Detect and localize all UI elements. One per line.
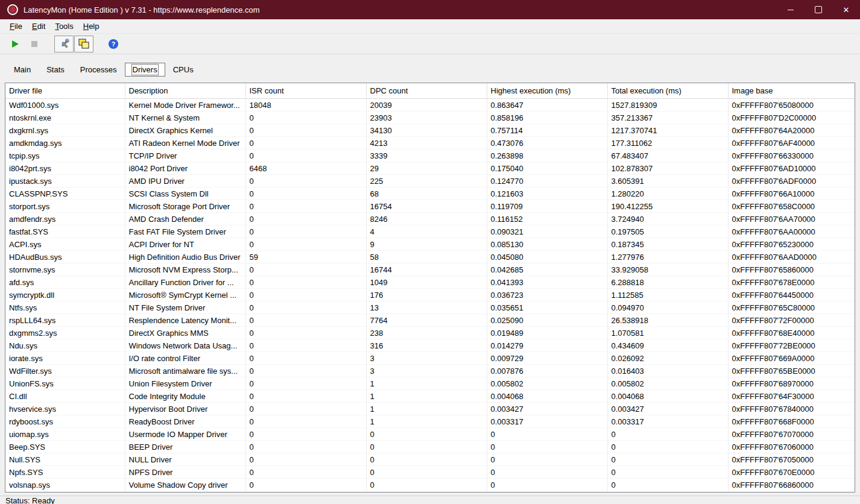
- cell-description: DirectX Graphics Kernel: [125, 124, 245, 137]
- cell-image-base: 0xFFFFF807'67060000: [728, 441, 855, 453]
- table-row[interactable]: tcpip.sys TCP/IP Driver 0 3339 0.263898 …: [5, 150, 855, 162]
- tab-processes[interactable]: Processes: [72, 63, 125, 77]
- cell-dpc-count: 13: [366, 301, 487, 314]
- titlebar: LatencyMon (Home Edition ) v 7.31 - http…: [0, 0, 860, 19]
- menubar: File Edit Tools Help: [0, 19, 860, 33]
- options-button[interactable]: [54, 36, 74, 52]
- cell-dpc-count: 9: [366, 238, 487, 251]
- table-row[interactable]: Ntfs.sys NT File System Driver 0 13 0.03…: [5, 301, 855, 314]
- cell-isr-count: 0: [245, 137, 366, 150]
- app-icon: [7, 4, 18, 15]
- table-row[interactable]: amdfendr.sys AMD Crash Defender 0 8246 0…: [5, 213, 855, 225]
- cell-image-base: 0xFFFFF807'668F0000: [728, 415, 855, 428]
- tab-cpus[interactable]: CPUs: [165, 63, 201, 77]
- table-row[interactable]: i8042prt.sys i8042 Port Driver 6468 29 0…: [5, 162, 855, 175]
- cell-dpc-count: 4213: [366, 137, 487, 150]
- cell-highest-execution: 0.019489: [487, 327, 607, 339]
- tab-stats[interactable]: Stats: [39, 63, 72, 77]
- cell-highest-execution: 0.041393: [487, 276, 607, 289]
- table-row[interactable]: fastfat.SYS Fast FAT File System Driver …: [5, 225, 855, 238]
- col-total-execution[interactable]: Total execution (ms): [607, 83, 728, 99]
- table-row[interactable]: rspLLL64.sys Resplendence Latency Monit.…: [5, 314, 855, 327]
- table-row[interactable]: dxgkrnl.sys DirectX Graphics Kernel 0 34…: [5, 124, 855, 137]
- table-row[interactable]: BasicRender.sys Microsoft Basic Render D…: [5, 491, 855, 493]
- table-row[interactable]: afd.sys Ancillary Function Driver for ..…: [5, 276, 855, 289]
- copy-report-button[interactable]: [74, 36, 93, 52]
- help-button[interactable]: ?: [104, 36, 122, 52]
- cell-dpc-count: 0: [366, 466, 487, 479]
- cell-isr-count: 0: [245, 466, 366, 479]
- col-image-base[interactable]: Image base: [728, 83, 855, 99]
- table-row[interactable]: volsnap.sys Volume Shadow Copy driver 0 …: [5, 479, 855, 491]
- table-row[interactable]: stornvme.sys Microsoft NVM Express Storp…: [5, 263, 855, 276]
- close-button[interactable]: ✕: [832, 0, 860, 19]
- table-row[interactable]: symcryptk.dll Microsoft® SymCrypt Kernel…: [5, 289, 855, 301]
- tools-icon: [58, 38, 70, 50]
- table-row[interactable]: dxgmms2.sys DirectX Graphics MMS 0 238 0…: [5, 327, 855, 339]
- cell-driver-file: BasicRender.sys: [5, 491, 125, 493]
- cell-isr-count: 6468: [245, 162, 366, 175]
- cell-description: ATI Radeon Kernel Mode Driver: [125, 137, 245, 150]
- col-driver-file[interactable]: Driver file: [5, 83, 125, 99]
- cell-isr-count: 0: [245, 365, 366, 377]
- cell-driver-file: amdkmdag.sys: [5, 137, 125, 150]
- cell-total-execution: 0.026092: [607, 352, 728, 365]
- table-row[interactable]: rdyboost.sys ReadyBoost Driver 0 1 0.003…: [5, 415, 855, 428]
- table-row[interactable]: Npfs.SYS NPFS Driver 0 0 0 0 0xFFFFF807'…: [5, 466, 855, 479]
- table-row[interactable]: Beep.SYS BEEP Driver 0 0 0 0 0xFFFFF807'…: [5, 441, 855, 453]
- cell-description: Microsoft Basic Render Driver: [125, 491, 245, 493]
- col-isr-count[interactable]: ISR count: [245, 83, 366, 99]
- col-dpc-count[interactable]: DPC count: [366, 83, 487, 99]
- table-row[interactable]: UnionFS.sys Union Filesystem Driver 0 1 …: [5, 377, 855, 390]
- cell-image-base: 0xFFFFF807'68970000: [728, 377, 855, 390]
- cell-driver-file: stornvme.sys: [5, 263, 125, 276]
- table-row[interactable]: hvservice.sys Hypervisor Boot Driver 0 1…: [5, 403, 855, 415]
- cell-description: Volume Shadow Copy driver: [125, 479, 245, 491]
- table-row[interactable]: ipustack.sys AMD IPU Driver 0 225 0.1247…: [5, 175, 855, 187]
- table-row[interactable]: Wdf01000.sys Kernel Mode Driver Framewor…: [5, 99, 855, 112]
- maximize-button[interactable]: [805, 0, 832, 19]
- cell-dpc-count: 3: [366, 365, 487, 377]
- minimize-button[interactable]: [777, 0, 805, 19]
- cell-isr-count: 0: [245, 314, 366, 327]
- col-highest-execution[interactable]: Highest execution (ms): [487, 83, 607, 99]
- cell-image-base: 0xFFFFF807'670C0000: [728, 491, 855, 493]
- table-row[interactable]: WdFilter.sys Microsoft antimalware file …: [5, 365, 855, 377]
- table-row[interactable]: iorate.sys I/O rate control Filter 0 3 0…: [5, 352, 855, 365]
- table-header: Driver file Description ISR count DPC co…: [5, 83, 855, 99]
- cell-isr-count: 0: [245, 213, 366, 225]
- cell-driver-file: symcryptk.dll: [5, 289, 125, 301]
- table-row[interactable]: CLASSPNP.SYS SCSI Class System Dll 0 68 …: [5, 187, 855, 200]
- table-row[interactable]: storport.sys Microsoft Storage Port Driv…: [5, 200, 855, 213]
- table-row[interactable]: Ndu.sys Windows Network Data Usag... 0 3…: [5, 339, 855, 352]
- table-row[interactable]: CI.dll Code Integrity Module 0 1 0.00406…: [5, 390, 855, 403]
- cell-driver-file: rdyboost.sys: [5, 415, 125, 428]
- cell-highest-execution: 0.116152: [487, 213, 607, 225]
- table-row[interactable]: ntoskrnl.exe NT Kernel & System 0 23903 …: [5, 112, 855, 124]
- cell-description: AMD Crash Defender: [125, 213, 245, 225]
- tab-bar: Main Stats Processes Drivers CPUs: [0, 54, 860, 83]
- start-monitor-button[interactable]: [6, 36, 24, 52]
- cell-image-base: 0xFFFFF807'65C80000: [728, 301, 855, 314]
- col-description[interactable]: Description: [125, 83, 245, 99]
- table-row[interactable]: uiomap.sys Usermode IO Mapper Driver 0 0…: [5, 428, 855, 441]
- cell-total-execution: 0.187345: [607, 238, 728, 251]
- table-row[interactable]: HDAudBus.sys High Definition Audio Bus D…: [5, 251, 855, 263]
- status-text: Status: Ready: [5, 496, 55, 504]
- cell-total-execution: 0.003317: [607, 415, 728, 428]
- tab-main[interactable]: Main: [6, 63, 39, 77]
- tab-drivers[interactable]: Drivers: [125, 63, 165, 77]
- menu-help[interactable]: Help: [78, 20, 104, 32]
- cell-image-base: 0xFFFFF807'64F30000: [728, 390, 855, 403]
- cell-isr-count: 0: [245, 415, 366, 428]
- stop-monitor-button[interactable]: [25, 36, 43, 52]
- cell-image-base: 0xFFFFF807'72BE0000: [728, 339, 855, 352]
- menu-tools[interactable]: Tools: [50, 20, 78, 32]
- cell-description: ReadyBoost Driver: [125, 415, 245, 428]
- cell-highest-execution: 0.025090: [487, 314, 607, 327]
- table-row[interactable]: Null.SYS NULL Driver 0 0 0 0 0xFFFFF807'…: [5, 453, 855, 466]
- menu-edit[interactable]: Edit: [27, 20, 50, 32]
- table-row[interactable]: amdkmdag.sys ATI Radeon Kernel Mode Driv…: [5, 137, 855, 150]
- table-row[interactable]: ACPI.sys ACPI Driver for NT 0 9 0.085130…: [5, 238, 855, 251]
- menu-file[interactable]: File: [5, 20, 27, 32]
